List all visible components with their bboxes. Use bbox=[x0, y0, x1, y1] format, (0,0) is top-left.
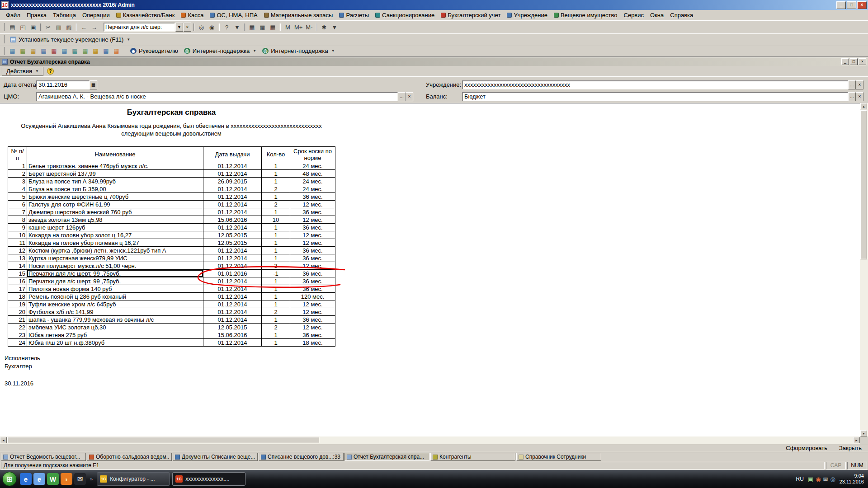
report-tool-icon[interactable]: ▦ bbox=[28, 46, 38, 56]
balance-input[interactable]: Бюджет bbox=[462, 92, 848, 101]
table-row[interactable]: 2 Берет шерстяной 137,99 01.12.2014 1 48… bbox=[8, 170, 335, 178]
maximize-button[interactable]: □ bbox=[847, 1, 856, 9]
menu-item[interactable]: ОС, НМА, НПА bbox=[207, 10, 260, 20]
memory-mminus-button[interactable]: M- bbox=[304, 22, 314, 32]
find-icon[interactable]: ◎ bbox=[196, 22, 207, 32]
table-row[interactable]: 14 Носки полушерст мужск.л/с 51,00 черн.… bbox=[8, 262, 335, 270]
table-row[interactable]: 4 Блуза на поясе тип Б 359,00 01.12.2014… bbox=[8, 185, 335, 193]
balance-clear-icon[interactable]: × bbox=[856, 92, 863, 101]
new-icon[interactable]: ▤ bbox=[7, 22, 18, 32]
clock[interactable]: 9:04 23.11.2016 bbox=[840, 473, 864, 485]
horizontal-scroll-thumb[interactable] bbox=[7, 437, 319, 443]
menu-item[interactable]: Бухгалтерский учет bbox=[438, 10, 504, 20]
report-tool-icon[interactable]: ▦ bbox=[38, 46, 49, 56]
close-button[interactable]: × bbox=[857, 1, 867, 9]
window-tab[interactable]: Списание вещевого дов...:33 bbox=[259, 453, 344, 461]
table-row[interactable]: 9 кашне шерст 126руб 01.12.2014 1 36 мес… bbox=[8, 224, 335, 231]
table-row[interactable]: 22 эмблема УИС золотая цб,30 12.05.2015 … bbox=[8, 324, 335, 331]
institution-select-icon[interactable]: ... bbox=[848, 80, 856, 89]
generate-button[interactable]: Сформировать bbox=[786, 445, 827, 451]
horizontal-scrollbar[interactable]: ◄ ► bbox=[0, 436, 860, 444]
close-report-button[interactable]: Закрыть bbox=[839, 445, 862, 451]
menu-item[interactable]: Материальные запасы bbox=[261, 10, 336, 20]
table-row[interactable]: 11 Кокарда на головн убор полевая ц 16,2… bbox=[8, 239, 335, 247]
table-row[interactable]: 15 Перчатки для л/с шерт. 99 ,75руб. 01.… bbox=[8, 270, 335, 277]
menu-item[interactable]: Файл bbox=[3, 10, 24, 20]
taskbar-app-button[interactable]: 1С xxxxxxxxxxxxxx.... bbox=[172, 472, 245, 486]
tray-icon-4[interactable]: ◎ bbox=[830, 476, 835, 482]
table-row[interactable]: 3 Блуза на поясе тип А 349,99руб 26.09.2… bbox=[8, 178, 335, 185]
table-row[interactable]: 7 Джемпер шерстяной женский 760 руб 01.1… bbox=[8, 208, 335, 216]
calendar-icon[interactable]: ▦ bbox=[90, 80, 97, 89]
window-tab[interactable]: Оборотно-сальдовая ведом... bbox=[87, 453, 172, 461]
menu-item[interactable]: Учреждение bbox=[504, 10, 551, 20]
table-row[interactable]: 16 Перчатки для л/с шерт. 99 ,75руб. 01.… bbox=[8, 277, 335, 285]
window-tab[interactable]: Документы Списание веще... bbox=[173, 453, 258, 461]
institution-input[interactable]: xxxxxxxxxxxxxxxxxxxxxxxxxxxxxxxxxxxx bbox=[462, 80, 848, 89]
menu-item[interactable]: Вещевое имущество bbox=[551, 10, 621, 20]
doc-minimize-button[interactable]: _ bbox=[841, 58, 849, 65]
balance-select-icon[interactable]: ... bbox=[848, 92, 856, 101]
search-combo-input[interactable]: Перчатки для л/с шер: bbox=[104, 23, 175, 32]
service-icon[interactable]: ✱ bbox=[319, 22, 329, 32]
menu-item[interactable]: Санкционирование bbox=[372, 10, 438, 20]
scroll-down-icon[interactable]: ▼ bbox=[860, 430, 867, 436]
calendar-icon[interactable]: ▦ bbox=[268, 22, 278, 32]
menu-item[interactable]: Расчеты bbox=[336, 10, 372, 20]
report-tool-icon[interactable]: ▦ bbox=[80, 46, 90, 56]
explorer-icon[interactable]: e bbox=[33, 473, 45, 485]
cmo-input[interactable]: Агакишиева А. К. - Вещевка л/с в носке bbox=[36, 92, 398, 101]
window-tab[interactable]: Отчет Бухгалтерская спра... bbox=[344, 453, 429, 461]
scroll-right-icon[interactable]: ► bbox=[853, 437, 860, 443]
taskbar-app-button[interactable]: 1С Конфигуратор - ... bbox=[97, 472, 170, 486]
set-institution-button[interactable]: ▤ Установить текущее учреждение (F11) ▼ bbox=[7, 36, 133, 43]
combo-dropdown-icon[interactable]: ▼ bbox=[175, 23, 183, 32]
menu-item[interactable]: Казначейство/Банк bbox=[113, 10, 178, 20]
window-tab[interactable]: Справочник Сотрудники bbox=[516, 453, 601, 461]
undo-icon[interactable]: ← bbox=[79, 22, 89, 32]
tray-icon-3[interactable]: ✉ bbox=[823, 476, 828, 482]
paste-icon[interactable]: ▨ bbox=[64, 22, 74, 32]
scroll-up-icon[interactable]: ▲ bbox=[860, 103, 867, 109]
vertical-scrollbar[interactable]: ▲ ▼ bbox=[860, 103, 868, 436]
window-tab[interactable]: Отчет Ведомость вещевог... bbox=[1, 453, 86, 461]
ie-icon[interactable]: e bbox=[20, 473, 32, 485]
table-row[interactable]: 10 Кокарда на головн убор золот ц 16,27 … bbox=[8, 231, 335, 239]
open-icon[interactable]: ◰ bbox=[18, 22, 28, 32]
combo-clear-icon[interactable]: × bbox=[184, 23, 191, 32]
table-row[interactable]: 12 Костюм (куртка ,брюки) летн. женск.12… bbox=[8, 247, 335, 254]
report-tool-icon[interactable]: ▦ bbox=[59, 46, 70, 56]
tray-icon-1[interactable]: ▣ bbox=[808, 476, 813, 482]
table-row[interactable]: 18 Ремень поясной ц 286 руб кожаный 01.1… bbox=[8, 293, 335, 300]
report-tool-icon[interactable]: ▦ bbox=[101, 46, 111, 56]
memory-mplus-button[interactable]: M+ bbox=[293, 22, 304, 32]
help-dropdown-icon[interactable]: ▼ bbox=[232, 22, 242, 32]
table-row[interactable]: 13 Куртка шерстяная женск979,99 УИС 01.1… bbox=[8, 254, 335, 262]
toolbar-grip[interactable] bbox=[3, 23, 5, 31]
menu-item[interactable]: Справка bbox=[667, 10, 696, 20]
report-tool-icon[interactable]: ▦ bbox=[18, 46, 28, 56]
mail-icon[interactable]: ✉ bbox=[74, 473, 86, 485]
save-icon[interactable]: ▣ bbox=[28, 22, 38, 32]
menu-item[interactable]: Правка bbox=[24, 10, 50, 20]
institution-clear-icon[interactable]: × bbox=[856, 80, 863, 89]
report-tool-icon[interactable]: ▦ bbox=[70, 46, 80, 56]
menu-item[interactable]: Таблица bbox=[50, 10, 79, 20]
table-row[interactable]: 24 Юбка п/ш 20 шт н.ф.380руб 01.12.2014 … bbox=[8, 339, 335, 347]
doc-close-button[interactable]: × bbox=[859, 58, 866, 65]
table-row[interactable]: 6 Галстук-для сотр ФСИН 61,99 01.12.2014… bbox=[8, 201, 335, 208]
redo-icon[interactable]: → bbox=[89, 22, 99, 32]
table-row[interactable]: 20 Футболка х/б л/с 141,99 01.12.2014 2 … bbox=[8, 308, 335, 316]
cmo-clear-icon[interactable]: × bbox=[406, 92, 413, 101]
leader-button[interactable]: ☻ Руководителю bbox=[127, 47, 181, 54]
toolbar-grip[interactable] bbox=[3, 35, 5, 43]
table-row[interactable]: 5 Брюки женские шерстяные ц 700руб 01.12… bbox=[8, 193, 335, 201]
memory-m-button[interactable]: M bbox=[283, 22, 293, 32]
internet-support-button-2[interactable]: ◍ Интернет-поддержка ▼ bbox=[259, 47, 338, 54]
window-tab[interactable]: Контрагенты bbox=[430, 453, 515, 461]
internet-support-button-1[interactable]: ◍ Интернет-поддержка ▼ bbox=[181, 47, 259, 54]
help-icon[interactable]: ? bbox=[47, 68, 54, 75]
report-tool-icon[interactable]: ▦ bbox=[111, 46, 122, 56]
report-tool-icon[interactable]: ▦ bbox=[49, 46, 59, 56]
table-row[interactable]: 17 Пилотка новая форма 140 руб 01.12.201… bbox=[8, 285, 335, 293]
